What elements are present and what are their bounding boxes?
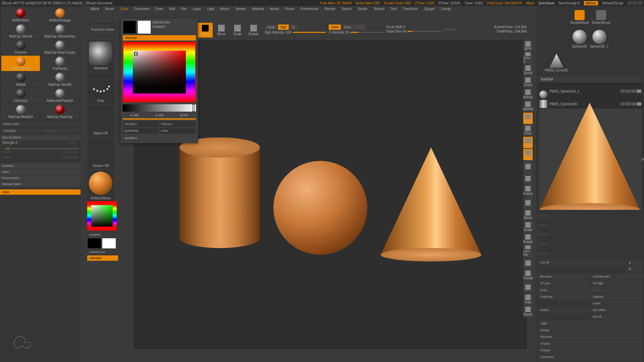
material-reflectedplasticb[interactable]: ReflectedPlasticB (41, 88, 79, 103)
material-matcap-skin04[interactable]: MatCap Skin04 (1, 23, 40, 39)
syspalette-button[interactable]: SysPalette (123, 128, 159, 134)
draw-size-slider[interactable]: Draw Size 64 (386, 29, 441, 33)
b-value[interactable]: B 255 (172, 114, 196, 117)
append-button[interactable]: Append (591, 294, 643, 300)
popup-switchcolor[interactable]: SwitchColor (152, 20, 196, 24)
seethrough-slider[interactable]: See-through 0 (558, 1, 580, 5)
projection-master-button[interactable]: Projection Master (90, 23, 115, 36)
rtool-actual[interactable]: Actual (523, 88, 533, 100)
color-picker-main[interactable] (123, 42, 196, 102)
material-reflectorange[interactable]: ReflectOrange (41, 7, 79, 23)
zadd-button[interactable]: Zadd (329, 24, 341, 30)
rtool-aahalf[interactable]: AAHalf (523, 101, 533, 112)
cone-object[interactable] (381, 147, 481, 255)
rtool-spix-3[interactable]: SPix 3 (523, 52, 533, 64)
rtool-xpose[interactable]: Xpose (523, 306, 533, 317)
up-all-icon[interactable]: ⤒ (635, 259, 643, 265)
material-reflectyellow[interactable]: ReflectYellow (1, 56, 40, 71)
menu-color[interactable]: Color (120, 7, 128, 11)
rtool-transp[interactable]: Transp (523, 269, 533, 281)
menu-stencil[interactable]: Stencil (341, 7, 352, 11)
menu-edit[interactable]: Edit (169, 7, 175, 11)
close-icon[interactable] (638, 1, 643, 5)
rgb-button[interactable]: Rgb (278, 24, 289, 30)
rtool-blank[interactable] (523, 161, 533, 172)
clear-button[interactable]: Clear (160, 128, 196, 134)
down-arrow-icon[interactable]: ▼ (626, 266, 634, 272)
default-script[interactable]: DefaultZScript (602, 1, 623, 5)
menu-brush[interactable]: Brush (105, 7, 114, 11)
menu-macro[interactable]: Macro (220, 7, 230, 11)
subtool-header[interactable]: SubTool (538, 76, 643, 82)
minimize-icon[interactable] (627, 1, 632, 5)
color-picker-cursor[interactable] (134, 52, 138, 55)
move-mode[interactable]: Move (214, 23, 229, 38)
section-geometry[interactable]: Geometry (538, 354, 643, 360)
material-chrome[interactable]: Chrome (1, 40, 40, 55)
material-zmetal[interactable]: ZMetal (1, 72, 40, 87)
menu-picker[interactable]: Picker (285, 7, 294, 11)
show-used-button[interactable]: Show Used (1, 121, 79, 127)
alternate-button-sm[interactable]: Alternate (87, 255, 118, 261)
rtool-local[interactable]: Local (523, 137, 533, 148)
rtool-blank[interactable] (523, 197, 533, 208)
rotate-mode[interactable]: Rotate (246, 23, 261, 38)
menu-stroke[interactable]: Stroke (358, 7, 367, 11)
maximize-icon[interactable] (633, 1, 637, 5)
rtool-blank[interactable] (523, 282, 533, 293)
rgb-intensity-slider[interactable]: Rgb Intensity 100 (265, 31, 326, 34)
menu-tool[interactable]: Tool (390, 7, 396, 11)
rtool-floor[interactable]: Floor (523, 125, 533, 136)
color-picker-small[interactable] (87, 201, 117, 231)
section-split[interactable]: Split (538, 320, 643, 326)
scale-mode[interactable]: Scale (230, 23, 245, 38)
menu-draw[interactable]: Draw (155, 7, 163, 11)
material-matcap-skin06[interactable]: MatCap Skin06 (41, 72, 79, 87)
duplicate-button[interactable]: Duplicate (538, 294, 590, 300)
section-project[interactable]: Project (538, 341, 643, 347)
sphere3d1-tool[interactable]: Sphere3D_1 (590, 30, 608, 48)
filllayer-button[interactable]: FillLayer (160, 121, 196, 127)
mixer-header[interactable]: Mixer (0, 169, 80, 175)
zsub-button[interactable]: Zsub (341, 24, 354, 30)
material-matcap-lbrownclay[interactable]: MatCap LBrownClay (41, 23, 79, 39)
copymat-button[interactable]: CopyMat (1, 128, 40, 133)
up-arrow-icon[interactable]: ▲ (626, 259, 634, 265)
fillobject-button[interactable]: FillObject (123, 121, 159, 127)
material-matcap-pearl-cavity[interactable]: MatCap Pearl Cavity (41, 40, 79, 55)
rtool-bpr[interactable]: BPR (523, 40, 533, 52)
popup-primary-swatch[interactable] (138, 20, 151, 34)
insert-button[interactable]: Insert (591, 300, 643, 306)
sphere3d-tool[interactable]: Sphere3D (572, 30, 587, 48)
quicksave-button[interactable]: QuickSave (538, 1, 554, 5)
primary-color-swatch[interactable] (102, 238, 116, 249)
list-all-button[interactable]: List All (538, 259, 625, 265)
down-all-icon[interactable]: ⤓ (635, 266, 643, 272)
delother-button[interactable]: Del Other (591, 307, 643, 313)
cylinder-object[interactable] (179, 137, 260, 251)
section-merge[interactable]: Merge (538, 327, 643, 333)
color-header[interactable]: Color (0, 189, 80, 195)
rtool-blank[interactable] (523, 257, 533, 269)
pastemat-button[interactable]: PasteMat (41, 128, 79, 133)
rtool-zoom[interactable]: Zoom (523, 76, 533, 88)
eraserbrush-icon[interactable]: EraserBrush (592, 10, 611, 24)
paste-button[interactable]: Paste (591, 287, 643, 293)
texture-thumb[interactable]: Texture Off (87, 138, 114, 169)
strength-slider[interactable] (0, 146, 80, 150)
menu-movie[interactable]: Movie (270, 7, 279, 11)
popup-alternate-button[interactable]: Alternate (123, 35, 196, 41)
zcut-button[interactable]: Zcut (354, 24, 366, 30)
subtool-pm3d_cone3d[interactable]: PM3D_Cone3D (539, 109, 642, 210)
draw-mode[interactable]: Draw (198, 23, 213, 38)
section-extract[interactable]: Extract (538, 347, 643, 353)
secondary-color-swatch[interactable] (87, 238, 101, 249)
delall-button[interactable]: Del All (591, 314, 643, 320)
sphere-object[interactable] (273, 161, 367, 255)
rtool-frame[interactable]: Frame (523, 185, 533, 196)
material-chrome2[interactable]: Chrome2 (1, 88, 40, 103)
m-button[interactable]: M (289, 24, 298, 30)
delete-button[interactable]: Delete (538, 307, 590, 313)
switchcolor-button-sm[interactable]: SwitchColor (87, 249, 118, 255)
r-value[interactable]: R 255 (123, 114, 146, 117)
